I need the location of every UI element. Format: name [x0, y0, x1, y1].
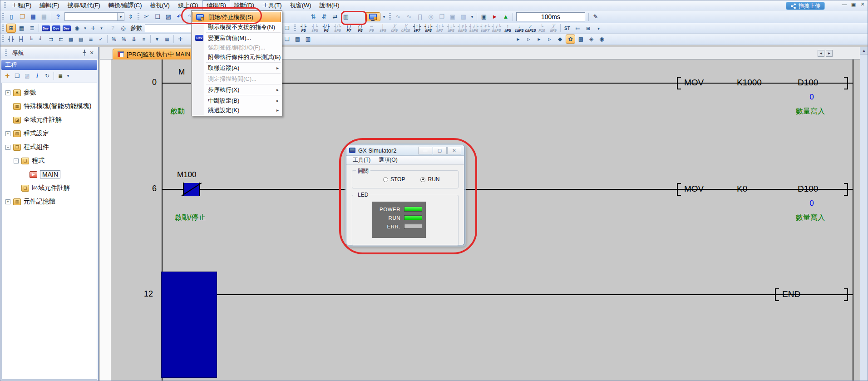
page-zoom-button[interactable]: ❒	[282, 24, 292, 33]
close-button[interactable]: ✕	[859, 1, 866, 7]
open-project-button[interactable]: ❒	[17, 12, 27, 21]
edit-mode-button[interactable]: ST	[562, 24, 572, 33]
trace-watch-button[interactable]: ❐	[437, 12, 447, 21]
navigation-window-button[interactable]: ⊞	[6, 24, 16, 33]
ladder-symbol-button[interactable]: ┤↟├ saF5	[457, 24, 468, 33]
undo-button[interactable]: ↶	[174, 12, 184, 21]
menu-item[interactable]: 編輯(E)	[35, 0, 63, 10]
nav-tree-item[interactable]: + ▧ 程式設定	[2, 127, 97, 140]
output-window-button[interactable]: ≣	[27, 24, 37, 33]
device-display-button[interactable]: ◉	[72, 24, 82, 33]
run-radio[interactable]: RUN	[420, 176, 439, 183]
device-test-button[interactable]: ▼	[153, 35, 162, 44]
toolbar-grip[interactable]	[389, 13, 391, 20]
start-stop-simulation-button[interactable]	[365, 12, 380, 21]
ladder-edit-button[interactable]: ✓	[96, 35, 105, 44]
menu-item[interactable]: 工程(P)	[8, 0, 35, 10]
chevron-down-icon[interactable]: ▾	[99, 24, 104, 33]
ladder-edit-button[interactable]: ╛	[36, 35, 45, 44]
find-binoculars-button[interactable]: ◎	[118, 24, 128, 33]
panel-grip[interactable]	[5, 49, 7, 57]
tab-scroll-left-button[interactable]: ◄	[818, 50, 824, 57]
intelligent-function-button[interactable]: ✿	[566, 35, 575, 44]
nav-tree-item[interactable]: ◪ 全域元件註解	[2, 113, 97, 127]
comment-display-button[interactable]: ≡	[139, 35, 148, 44]
edit-mode-button[interactable]: ▾	[594, 24, 603, 33]
instruction-operand2[interactable]: D100	[798, 78, 818, 88]
tree-expand-toggle[interactable]: +	[5, 131, 10, 136]
ladder-symbol-button[interactable]: │ sF9	[377, 24, 389, 33]
toolbar-grip[interactable]	[2, 13, 4, 20]
toolbar-grip[interactable]	[2, 35, 4, 43]
intelligent-function-button[interactable]: ▸	[513, 35, 523, 44]
debug-menu-item[interactable]: Dev 取樣追蹤(A)	[192, 63, 281, 73]
project-section-bar[interactable]: 工程	[1, 60, 97, 70]
edit-mode-button[interactable]: ≔	[573, 24, 582, 33]
plc-monitor-button[interactable]: ⇅	[308, 12, 318, 21]
ladder-symbol-button[interactable]: ╳ cF9	[389, 24, 400, 33]
edit-mode-button[interactable]: ⊞	[583, 24, 593, 33]
nav-tree-item[interactable]: − ❒ 程式組件	[2, 140, 97, 154]
debug-menu-item[interactable]: Dev 強制登錄/解除I/O(F)...	[192, 43, 281, 52]
close-icon[interactable]: ✕	[88, 50, 95, 56]
menu-item[interactable]: 偵錯(B)	[202, 0, 230, 10]
ladder-symbol-button[interactable]: ┤↡├ saF6	[468, 24, 479, 33]
instruction-operand2[interactable]: D100	[798, 184, 818, 194]
menu-item[interactable]: 轉換/編譯(C)	[104, 0, 146, 10]
ladder-edit-button[interactable]: ≣	[86, 35, 95, 44]
device-watch1-button[interactable]: Dev	[41, 24, 50, 33]
ladder-symbol-button[interactable]: └ F10	[536, 24, 547, 33]
sim-window-button[interactable]: —	[418, 147, 432, 154]
sim-window-button[interactable]: ✕	[447, 147, 461, 154]
ladder-cursor-selection[interactable]	[161, 272, 217, 378]
chevron-down-icon[interactable]: ▾	[381, 12, 387, 21]
simulator-menu-item[interactable]: 選項(O)	[375, 156, 401, 164]
nav-sort-button[interactable]: ≣	[56, 72, 65, 80]
tree-expand-toggle[interactable]: +	[5, 199, 10, 204]
menu-item[interactable]: 診斷(D)	[230, 0, 258, 10]
device-search-button[interactable]: ✛	[89, 24, 98, 33]
comment-display-button[interactable]: %	[109, 35, 118, 44]
new-project-button[interactable]: ▯	[6, 12, 16, 21]
instruction-operand1[interactable]: K1000	[737, 78, 762, 88]
chevron-down-icon[interactable]: ▾	[66, 72, 70, 80]
menu-item[interactable]: 線上(O)	[174, 0, 202, 10]
combo-expand-button[interactable]: ⇕	[126, 12, 135, 21]
run-play-button[interactable]: ►	[490, 12, 500, 21]
monitor-mode-button[interactable]: ❏	[282, 35, 292, 44]
nav-tree-item[interactable]: − ❏ 程式	[2, 154, 97, 168]
plc-monitor-button[interactable]: ⇵	[319, 12, 329, 21]
ladder-edit-button[interactable]: ⇉	[46, 35, 55, 44]
ladder-symbol-button[interactable]: ↓ caF5	[513, 24, 525, 33]
menu-item[interactable]: 搜尋/取代(F)	[64, 0, 104, 10]
context-help-button[interactable]: ?	[108, 24, 118, 33]
trace-watch-button[interactable]: ▣	[448, 12, 458, 21]
module-config-button[interactable]: ▦	[17, 24, 26, 33]
overflow-button[interactable]: ▾	[469, 12, 475, 21]
simulator-menu-item[interactable]: 工具(T)	[349, 156, 374, 164]
chevron-down-icon[interactable]: ▾	[117, 13, 124, 20]
comment-display-button[interactable]: ⇊	[129, 35, 138, 44]
monitor-mode-button[interactable]: ▤	[293, 35, 302, 44]
ladder-edit-button[interactable]: ⇇	[56, 35, 65, 44]
ladder-symbol-button[interactable]: ( ) F7	[343, 24, 355, 33]
ladder-symbol-button[interactable]: ─ F9	[366, 24, 377, 33]
options-wrench-button[interactable]: ✛	[176, 35, 185, 44]
instruction-operand1[interactable]: K0	[737, 184, 747, 194]
ladder-edit-button[interactable]: ┝┥	[16, 35, 25, 44]
sim-window-button[interactable]: ▢	[433, 147, 447, 154]
drag-upload-button[interactable]: 拖拽上传	[786, 2, 825, 10]
menu-item[interactable]: 工具(T)	[258, 0, 286, 10]
step-marker-button[interactable]: ▲	[501, 12, 511, 21]
nav-tree-item[interactable]: ▦ 特殊模塊(智能功能模塊)	[2, 99, 97, 113]
ladder-symbol-button[interactable]: ╳ cF10	[400, 24, 411, 33]
trace-watch-button[interactable]: ◎	[426, 12, 436, 21]
intelligent-function-button[interactable]: ▹	[545, 35, 554, 44]
ladder-symbol-button[interactable]: ┤↡└ saF8	[491, 24, 502, 33]
trace-watch-button[interactable]: ▥	[459, 12, 469, 21]
scroll-up-arrow[interactable]: ▲	[860, 47, 868, 54]
debug-menu-item[interactable]: Dev 變更當前值(M)...	[192, 33, 281, 43]
cut-button[interactable]: ✂	[142, 12, 152, 21]
debug-menu-item[interactable]: Dev 顯示模擬不支援的指令(N)	[192, 22, 281, 32]
simulator-title-bar[interactable]: GX Simulator2 —▢✕	[346, 145, 464, 156]
